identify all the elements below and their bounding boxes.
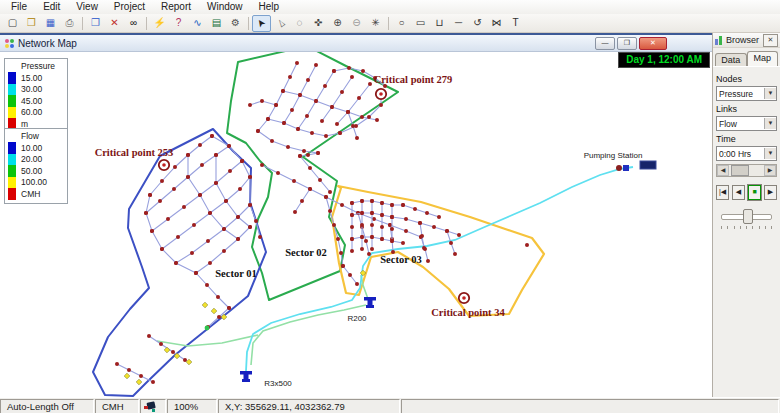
junction-node[interactable]	[166, 217, 170, 221]
junction-node[interactable]	[340, 90, 344, 94]
pressure-legend[interactable]: Pressure15.0030.0045.0060.00m	[4, 58, 68, 134]
junction-node[interactable]	[368, 82, 372, 86]
junction-node[interactable]	[248, 225, 252, 229]
menu-file[interactable]: File	[3, 0, 35, 14]
junction-node[interactable]	[360, 247, 364, 251]
junction-node[interactable]	[160, 179, 164, 183]
junction-node[interactable]	[236, 215, 240, 219]
zoom-out-button[interactable]: ⊖	[347, 15, 366, 32]
junction-node[interactable]	[292, 179, 296, 183]
junction-node[interactable]	[375, 118, 379, 122]
yellow-node[interactable]	[186, 359, 192, 365]
pipe[interactable]	[176, 205, 250, 263]
junction-node[interactable]	[437, 215, 441, 219]
pipe[interactable]	[352, 237, 403, 243]
junction-node[interactable]	[186, 153, 190, 157]
junction-node[interactable]	[339, 251, 343, 255]
junction-node[interactable]	[300, 199, 304, 203]
close-button[interactable]: ✕	[639, 37, 667, 50]
open-file-button[interactable]: ❒	[22, 15, 41, 32]
new-file-button[interactable]: ▢	[3, 15, 22, 32]
green-node[interactable]	[205, 326, 210, 331]
links-dropdown[interactable]: Flow ▼	[716, 116, 777, 131]
junction-node[interactable]	[328, 190, 332, 194]
junction-node[interactable]	[350, 75, 354, 79]
rewind-button[interactable]: |◀	[716, 185, 729, 200]
junction-node[interactable]	[525, 243, 529, 247]
stop-button[interactable]: ■	[748, 185, 761, 200]
flow-legend[interactable]: Flow10.0020.0050.00100.00CMH	[4, 128, 68, 204]
junction-node[interactable]	[432, 225, 436, 229]
junction-node[interactable]	[210, 134, 214, 138]
junction-node[interactable]	[205, 283, 209, 287]
table-button[interactable]: ▤	[207, 15, 226, 32]
junction-node[interactable]	[420, 234, 424, 238]
graph-button[interactable]: ∿	[188, 15, 207, 32]
junction-node[interactable]	[222, 227, 226, 231]
junction-node[interactable]	[174, 261, 178, 265]
add-pipe-button[interactable]: ─	[449, 15, 468, 32]
junction-node[interactable]	[380, 213, 384, 217]
junction-node[interactable]	[364, 239, 368, 243]
junction-node[interactable]	[173, 165, 177, 169]
chevron-down-icon[interactable]: ▼	[764, 118, 776, 129]
restore-button[interactable]: ❐	[617, 37, 637, 50]
junction-node[interactable]	[336, 237, 340, 241]
junction-node[interactable]	[186, 175, 190, 179]
junction-node[interactable]	[296, 127, 300, 131]
find-button[interactable]: ∞	[124, 15, 143, 32]
chevron-down-icon[interactable]: ▼	[764, 148, 776, 159]
junction-node[interactable]	[457, 233, 461, 237]
yellow-node[interactable]	[136, 379, 142, 385]
junction-node[interactable]	[350, 237, 354, 241]
tab-map[interactable]: Map	[747, 51, 779, 66]
junction-node[interactable]	[347, 66, 351, 70]
junction-node[interactable]	[286, 145, 290, 149]
junction-node[interactable]	[320, 119, 324, 123]
junction-node[interactable]	[160, 247, 164, 251]
scroll-right-icon[interactable]: ▶	[764, 165, 776, 176]
junction-node[interactable]	[323, 84, 327, 88]
pipe[interactable]	[352, 201, 403, 205]
junction-node[interactable]	[236, 237, 240, 241]
junction-node[interactable]	[227, 306, 231, 310]
junction-node[interactable]	[227, 144, 231, 148]
junction-node[interactable]	[340, 203, 344, 207]
reservoir-symbol[interactable]	[364, 297, 376, 301]
junction-node[interactable]	[413, 207, 417, 211]
junction-node[interactable]	[258, 235, 262, 239]
junction-node[interactable]	[288, 75, 292, 79]
junction-node[interactable]	[293, 210, 297, 214]
print-button[interactable]: ⎙	[60, 15, 79, 32]
junction-node[interactable]	[425, 211, 429, 215]
add-pump-button[interactable]: ↺	[468, 15, 487, 32]
junction-node[interactable]	[335, 122, 339, 126]
tab-data[interactable]: Data	[715, 53, 747, 66]
junction-node[interactable]	[360, 235, 364, 239]
junction-node[interactable]	[274, 103, 278, 107]
add-junction-button[interactable]: ○	[392, 15, 411, 32]
junction-node[interactable]	[355, 136, 359, 140]
junction-node[interactable]	[148, 193, 152, 197]
junction-node[interactable]	[418, 221, 422, 225]
menu-report[interactable]: Report	[153, 0, 199, 14]
junction-node[interactable]	[367, 115, 371, 119]
junction-node[interactable]	[324, 195, 328, 199]
junction-node[interactable]	[367, 252, 371, 256]
junction-node[interactable]	[324, 134, 328, 138]
junction-node[interactable]	[404, 217, 408, 221]
junction-node[interactable]	[190, 251, 194, 255]
junction-node[interactable]	[139, 374, 143, 378]
junction-node[interactable]	[401, 241, 405, 245]
add-tank-button[interactable]: ⊔	[430, 15, 449, 32]
scrollbar-thumb[interactable]	[731, 165, 749, 176]
junction-node[interactable]	[350, 225, 354, 229]
junction-node[interactable]	[115, 362, 119, 366]
junction-node[interactable]	[240, 159, 244, 163]
junction-node[interactable]	[350, 249, 354, 253]
pipe[interactable]	[392, 217, 459, 235]
junction-node[interactable]	[282, 121, 286, 125]
junction-node[interactable]	[298, 154, 302, 158]
network-map-titlebar[interactable]: Network Map — ❐ ✕	[0, 35, 712, 52]
junction-node[interactable]	[305, 114, 309, 118]
